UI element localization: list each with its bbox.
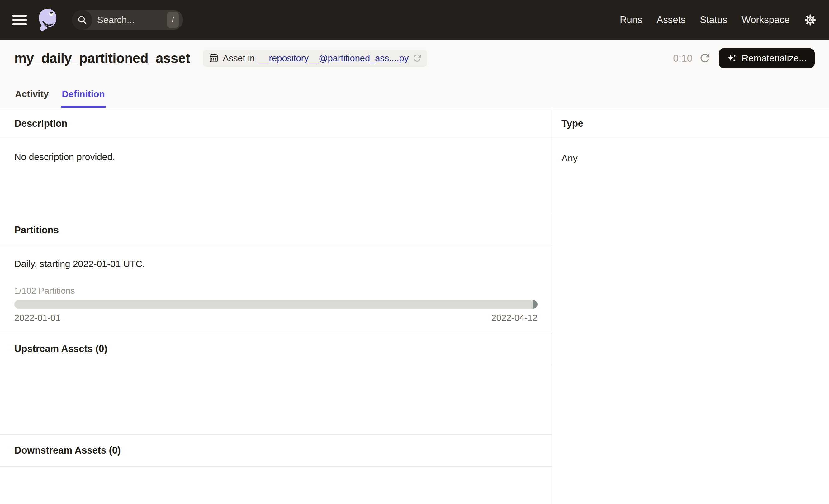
search-shortcut-key: / [167,12,179,28]
type-heading: Type [552,108,829,139]
downstream-assets-heading: Downstream Assets (0) [0,435,552,467]
hamburger-menu-icon[interactable] [12,15,27,25]
asset-badge-prefix: Asset in [223,53,255,64]
code-location-link[interactable]: __repository__@partitioned_ass....py [259,53,408,64]
repo-grid-icon [209,53,219,63]
description-heading: Description [0,108,552,139]
asset-page-header: my_daily_partitioned_asset Asset in __re… [0,40,829,108]
tab-bar: Activity Definition [0,88,829,108]
upstream-assets-empty [0,364,552,435]
partitions-summary: Daily, starting 2022-01-01 UTC. [14,246,538,269]
partition-end-date: 2022-04-12 [492,313,538,323]
rematerialize-label: Rematerialize... [742,53,806,64]
nav-link-assets[interactable]: Assets [657,14,686,26]
definition-content: Description No description provided. Par… [0,108,829,504]
partitions-heading: Partitions [0,214,552,246]
partitions-section: Daily, starting 2022-01-01 UTC. 1/102 Pa… [0,246,552,333]
type-value: Any [552,139,829,177]
partition-health-bar [14,300,538,309]
type-column: Type Any [552,108,829,504]
rematerialize-button[interactable]: Rematerialize... [719,48,815,68]
partition-start-date: 2022-01-01 [14,313,61,323]
reload-location-icon[interactable] [412,54,421,63]
gear-icon[interactable] [804,14,817,26]
nav-link-workspace[interactable]: Workspace [742,14,790,26]
tab-definition[interactable]: Definition [61,88,105,108]
asset-location-badge: Asset in __repository__@partitioned_ass.… [203,49,427,67]
search-icon [72,10,92,30]
sparkles-icon [727,53,737,64]
refresh-icon[interactable] [699,53,710,64]
upstream-assets-heading: Upstream Assets (0) [0,333,552,364]
page-title: my_daily_partitioned_asset [14,50,190,66]
search-input[interactable] [92,15,167,25]
nav-link-status[interactable]: Status [700,14,727,26]
top-nav: / Runs Assets Status Workspace [0,0,829,40]
refresh-countdown: 0:10 [673,52,692,64]
search-box: / [72,10,183,30]
top-nav-links: Runs Assets Status Workspace [620,14,790,26]
tab-activity[interactable]: Activity [14,88,49,108]
downstream-assets-empty [0,467,552,504]
main-column: Description No description provided. Par… [0,108,552,504]
partitions-count-label: 1/102 Partitions [14,286,538,296]
dagster-logo-icon [36,7,59,32]
description-text: No description provided. [0,139,552,214]
nav-link-runs[interactable]: Runs [620,14,642,26]
partition-progress-filled [533,300,538,309]
